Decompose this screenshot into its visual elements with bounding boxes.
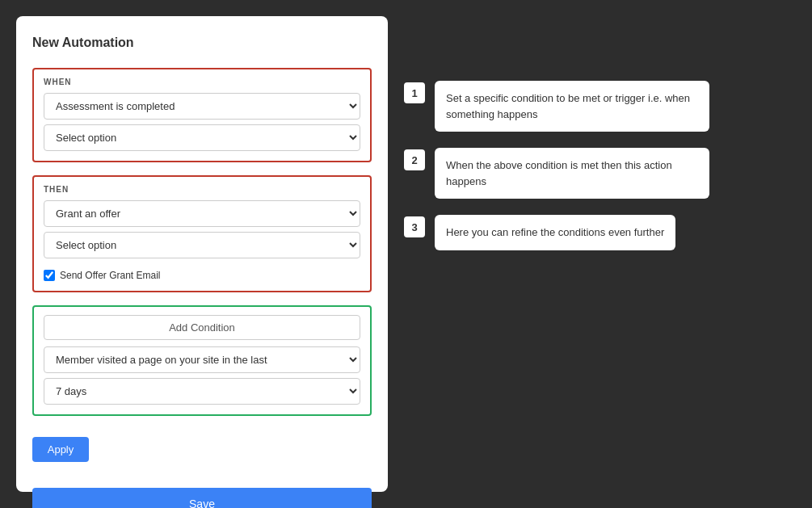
condition-select-type[interactable]: Member visited a page on your site in th… <box>44 346 360 373</box>
tooltip-bubble-3: Here you can refine the conditions even … <box>435 215 675 250</box>
condition-section: Add Condition Member visited a page on y… <box>32 305 372 416</box>
condition-select-duration[interactable]: 7 days 14 days 30 days <box>44 378 360 405</box>
modal-card: New Automation WHEN Assessment is comple… <box>16 16 388 492</box>
tooltip-row-2: 2 When the above condition is met then t… <box>404 148 796 199</box>
tooltip-bubble-2: When the above condition is met then thi… <box>435 148 709 199</box>
send-email-checkbox-row: Send Offer Grant Email <box>44 270 360 281</box>
send-email-checkbox[interactable] <box>44 270 55 281</box>
modal-title: New Automation <box>32 36 372 50</box>
tooltip-row-3: 3 Here you can refine the conditions eve… <box>404 215 796 250</box>
tooltip-row-1: 1 Set a specific condition to be met or … <box>404 81 796 132</box>
then-select-secondary[interactable]: Select option Option 1 Option 2 <box>44 232 360 258</box>
tooltip-bubble-1: Set a specific condition to be met or tr… <box>435 81 709 132</box>
tooltip-number-3: 3 <box>404 216 425 237</box>
send-email-checkbox-label: Send Offer Grant Email <box>60 270 161 281</box>
tooltip-number-1: 1 <box>404 82 425 103</box>
then-section: THEN Grant an offer Send email Add tag S… <box>32 175 372 292</box>
tooltips-panel: 1 Set a specific condition to be met or … <box>404 16 796 492</box>
tooltip-number-2: 2 <box>404 149 425 170</box>
apply-button[interactable]: Apply <box>32 437 89 462</box>
then-select-action[interactable]: Grant an offer Send email Add tag <box>44 200 360 227</box>
when-select-secondary[interactable]: Select option Option 1 Option 2 <box>44 124 360 151</box>
save-button[interactable]: Save <box>32 488 372 508</box>
when-section: WHEN Assessment is completed Member sign… <box>32 68 372 162</box>
add-condition-button[interactable]: Add Condition <box>44 315 360 340</box>
then-label: THEN <box>44 185 360 194</box>
when-label: WHEN <box>44 78 360 86</box>
when-select-trigger[interactable]: Assessment is completed Member signs up … <box>44 93 360 120</box>
